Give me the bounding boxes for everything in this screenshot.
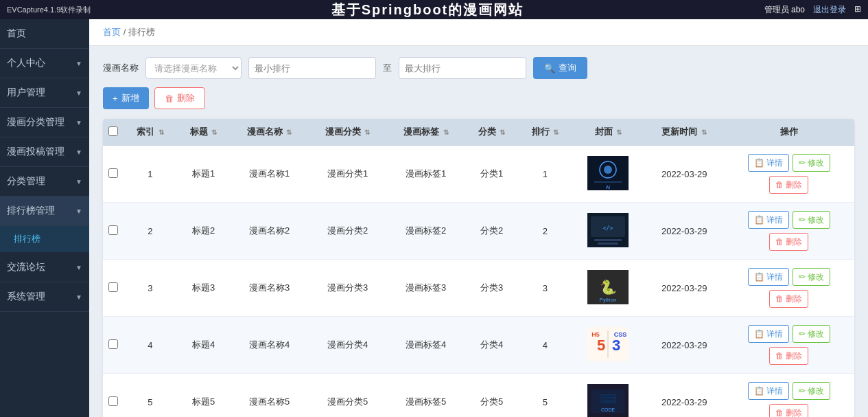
sidebar-item-system[interactable]: 系统管理 ▼ bbox=[0, 282, 89, 312]
sidebar-item-comic-editor[interactable]: 漫画投稿管理 ▼ bbox=[0, 137, 89, 167]
site-title: 基于Springboot的漫画网站 bbox=[331, 1, 524, 19]
delete-button-4[interactable]: 🗑 删除 bbox=[769, 404, 808, 417]
sort-icon: ⇅ bbox=[701, 128, 707, 136]
row-checkbox-1[interactable] bbox=[108, 225, 118, 235]
row-comic-name-0: 漫画名称1 bbox=[231, 146, 309, 203]
sidebar-item-system-label: 系统管理 bbox=[7, 291, 45, 303]
logout-button[interactable]: 退出登录 bbox=[813, 4, 846, 16]
edit-button-2[interactable]: ✏ 修改 bbox=[793, 268, 830, 286]
svg-text:AI: AI bbox=[606, 185, 611, 190]
add-button-label: 新增 bbox=[121, 92, 139, 104]
svg-text:H5: H5 bbox=[592, 331, 600, 338]
sort-icon: ⇅ bbox=[616, 128, 622, 136]
chevron-down-icon: ▼ bbox=[75, 207, 82, 215]
row-comic-tag-3: 漫画标签4 bbox=[387, 317, 465, 374]
sort-icon: ⇅ bbox=[553, 128, 559, 136]
row-cover-3: 53H5CSS bbox=[572, 317, 644, 374]
delete-button-2[interactable]: 🗑 删除 bbox=[769, 290, 808, 308]
detail-icon-0: 📋 bbox=[754, 158, 764, 168]
add-icon: + bbox=[113, 93, 118, 104]
sidebar-item-forum[interactable]: 交流论坛 ▼ bbox=[0, 253, 89, 282]
filter-comic-name-select[interactable]: 请选择漫画名称 bbox=[145, 57, 242, 79]
row-checkbox-0[interactable] bbox=[108, 168, 118, 178]
row-cover-0: AI bbox=[572, 146, 644, 203]
delete-button-0[interactable]: 🗑 删除 bbox=[769, 176, 808, 194]
grid-icon: ⊞ bbox=[854, 4, 861, 16]
content-area: 漫画名称 请选择漫画名称 至 🔍 查询 + 新增 🗑 bbox=[89, 46, 868, 417]
sidebar-sub-item-ranking-label: 排行榜 bbox=[14, 234, 40, 244]
table-header-category: 分类 ⇅ bbox=[465, 119, 519, 146]
row-category-2: 分类3 bbox=[465, 260, 519, 317]
edit-icon-0: ✏ bbox=[799, 158, 806, 168]
table-header-comic-name: 漫画名称 ⇅ bbox=[231, 119, 309, 146]
filter-to-label: 至 bbox=[383, 62, 392, 74]
filter-max-rank-input[interactable] bbox=[399, 57, 526, 79]
detail-button-4[interactable]: 📋 详情 bbox=[748, 382, 789, 400]
table-header-comic-category: 漫画分类 ⇅ bbox=[309, 119, 387, 146]
filter-bar: 漫画名称 请选择漫画名称 至 🔍 查询 bbox=[103, 57, 854, 79]
row-comic-category-1: 漫画分类2 bbox=[309, 203, 387, 260]
breadcrumb-separator: / bbox=[124, 27, 128, 37]
table-header-operation: 操作 bbox=[724, 119, 854, 146]
edit-button-0[interactable]: ✏ 修改 bbox=[793, 154, 830, 172]
delete-button-1[interactable]: 🗑 删除 bbox=[769, 233, 808, 251]
edit-label-1: 修改 bbox=[808, 214, 824, 226]
top-bar: EVCapture4.1.9软件录制 基于Springboot的漫画网站 管理员… bbox=[0, 0, 868, 19]
detail-label-4: 详情 bbox=[766, 385, 783, 397]
breadcrumb-home[interactable]: 首页 bbox=[103, 27, 121, 37]
chevron-down-icon: ▼ bbox=[75, 293, 82, 301]
row-comic-name-2: 漫画名称3 bbox=[231, 260, 309, 317]
edit-button-3[interactable]: ✏ 修改 bbox=[793, 325, 830, 343]
edit-label-0: 修改 bbox=[808, 157, 824, 169]
detail-label-1: 详情 bbox=[766, 214, 783, 226]
row-comic-name-4: 漫画名称5 bbox=[231, 374, 309, 418]
svg-point-2 bbox=[604, 166, 612, 174]
search-button[interactable]: 🔍 查询 bbox=[533, 57, 587, 79]
detail-label-0: 详情 bbox=[766, 157, 783, 169]
sidebar-item-category-manage[interactable]: 分类管理 ▼ bbox=[0, 167, 89, 196]
sidebar-item-home[interactable]: 首页 bbox=[0, 19, 89, 49]
row-comic-tag-4: 漫画标签5 bbox=[387, 374, 465, 418]
sidebar-item-ranking-manage[interactable]: 排行榜管理 ▼ bbox=[0, 196, 89, 226]
table-row: 3 标题3 漫画名称3 漫画分类3 漫画标签3 分类3 3 🐍Python 20… bbox=[103, 260, 854, 317]
sidebar-sub-item-ranking[interactable]: 排行榜 bbox=[0, 226, 89, 253]
svg-rect-8 bbox=[594, 239, 622, 241]
detail-button-1[interactable]: 📋 详情 bbox=[748, 211, 789, 229]
sidebar-item-personal[interactable]: 个人中心 ▼ bbox=[0, 49, 89, 78]
row-checkbox-cell bbox=[103, 317, 124, 374]
sidebar-item-user-manage[interactable]: 用户管理 ▼ bbox=[0, 78, 89, 108]
row-checkbox-4[interactable] bbox=[108, 396, 118, 406]
sidebar-item-comic-category[interactable]: 漫画分类管理 ▼ bbox=[0, 108, 89, 137]
row-cover-4: ⌨CODE bbox=[572, 374, 644, 418]
detail-button-0[interactable]: 📋 详情 bbox=[748, 154, 789, 172]
chevron-down-icon: ▼ bbox=[75, 119, 82, 126]
row-checkbox-3[interactable] bbox=[108, 339, 118, 349]
row-checkbox-2[interactable] bbox=[108, 282, 118, 292]
detail-button-2[interactable]: 📋 详情 bbox=[748, 268, 789, 286]
edit-button-1[interactable]: ✏ 修改 bbox=[793, 211, 830, 229]
delete-button-3[interactable]: 🗑 删除 bbox=[769, 347, 808, 365]
bulk-delete-button[interactable]: 🗑 删除 bbox=[154, 87, 205, 109]
delete-label-3: 删除 bbox=[786, 350, 802, 362]
edit-icon-3: ✏ bbox=[799, 329, 806, 339]
sidebar-item-category-manage-label: 分类管理 bbox=[7, 175, 45, 188]
select-all-checkbox[interactable] bbox=[108, 126, 118, 136]
edit-button-4[interactable]: ✏ 修改 bbox=[793, 382, 830, 400]
row-comic-category-3: 漫画分类4 bbox=[309, 317, 387, 374]
chevron-down-icon: ▼ bbox=[75, 178, 82, 185]
breadcrumb: 首页 / 排行榜 bbox=[89, 19, 868, 46]
row-update-time-0: 2022-03-29 bbox=[645, 146, 724, 203]
detail-button-3[interactable]: 📋 详情 bbox=[748, 325, 789, 343]
add-button[interactable]: + 新增 bbox=[103, 87, 149, 109]
row-comic-category-4: 漫画分类5 bbox=[309, 374, 387, 418]
edit-icon-4: ✏ bbox=[799, 386, 806, 396]
row-comic-name-1: 漫画名称2 bbox=[231, 203, 309, 260]
filter-min-rank-input[interactable] bbox=[248, 57, 376, 79]
row-rank-0: 1 bbox=[519, 146, 572, 203]
app-name: EVCapture4.1.9软件录制 bbox=[7, 5, 91, 15]
sidebar-item-forum-label: 交流论坛 bbox=[7, 261, 45, 273]
table-header-checkbox bbox=[103, 119, 124, 146]
sort-icon: ⇅ bbox=[159, 128, 164, 136]
svg-text:CODE: CODE bbox=[601, 407, 615, 412]
svg-text:3: 3 bbox=[612, 337, 620, 354]
